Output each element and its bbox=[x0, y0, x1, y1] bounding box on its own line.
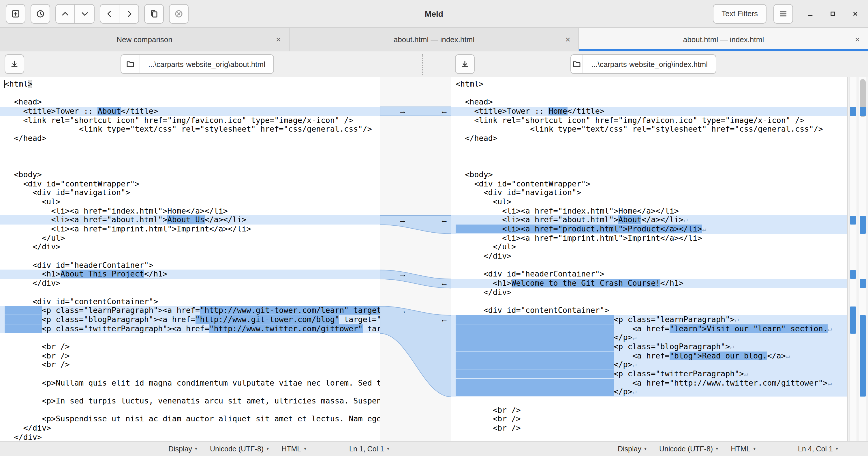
code-line[interactable]: <link type="text/css" rel="stylesheet" h… bbox=[0, 125, 380, 134]
left-overview-map[interactable] bbox=[849, 77, 857, 441]
cursor-position-right[interactable]: Ln 4, Col 1 ▾ bbox=[798, 445, 838, 453]
code-line[interactable]: </ul> bbox=[451, 243, 847, 252]
code-line[interactable] bbox=[451, 152, 847, 161]
code-line[interactable]: <body> bbox=[0, 170, 380, 179]
code-line[interactable]: <br /> bbox=[0, 342, 380, 351]
push-change-left-button[interactable]: ← bbox=[438, 315, 451, 324]
code-line[interactable] bbox=[0, 143, 380, 152]
tab-1[interactable]: New comparison× bbox=[0, 28, 289, 51]
open-folder-left-button[interactable] bbox=[121, 55, 140, 73]
minimize-button[interactable] bbox=[803, 7, 817, 21]
tab-close-button[interactable]: × bbox=[855, 35, 860, 44]
left-code-pane[interactable]: <html> <head> <title>Tower :: About</tit… bbox=[0, 77, 380, 441]
code-line[interactable] bbox=[451, 397, 847, 405]
stop-button[interactable] bbox=[169, 4, 189, 23]
code-line[interactable]: <li><a href="product.html">Product</a></… bbox=[451, 225, 847, 233]
code-line[interactable]: <br /> bbox=[451, 424, 847, 433]
code-line[interactable]: </div> bbox=[0, 433, 380, 441]
code-line[interactable]: <p class="blogParagraph">↵ bbox=[451, 342, 847, 351]
code-line[interactable] bbox=[0, 333, 380, 342]
syntax-menu-left[interactable]: HTML ▾ bbox=[281, 445, 306, 453]
code-line[interactable]: <div id="contentContainer"> bbox=[451, 306, 847, 315]
code-line[interactable]: <div id="headerContainer"> bbox=[0, 261, 380, 270]
code-line[interactable] bbox=[451, 161, 847, 170]
encoding-menu-left[interactable]: Unicode (UTF-8) ▾ bbox=[210, 445, 269, 453]
maximize-button[interactable] bbox=[826, 7, 840, 21]
code-line[interactable]: <div id="headerContainer"> bbox=[451, 270, 847, 279]
syntax-menu-right[interactable]: HTML ▾ bbox=[731, 445, 755, 453]
code-line[interactable]: <h1>About This Project</h1> bbox=[0, 270, 380, 279]
code-line[interactable]: </head> bbox=[0, 134, 380, 143]
save-left-button[interactable] bbox=[5, 54, 24, 74]
code-line[interactable]: <li><a href="about.html">About Us</a></l… bbox=[0, 216, 380, 225]
push-change-left-button[interactable]: ← bbox=[438, 279, 451, 288]
menu-button[interactable] bbox=[773, 4, 793, 23]
recent-comparisons-button[interactable] bbox=[31, 4, 50, 23]
code-line[interactable]: <li><a href="imprint.html">Imprint</a></… bbox=[451, 233, 847, 243]
code-line[interactable]: </div> bbox=[0, 243, 380, 252]
code-line[interactable]: </head> bbox=[451, 134, 847, 143]
code-line[interactable]: <div id="contentContainer"> bbox=[0, 297, 380, 306]
code-line[interactable]: </div> bbox=[451, 252, 847, 261]
code-line[interactable]: <link rel="shortcut icon" href="img/favi… bbox=[0, 116, 380, 125]
code-line[interactable]: <p class="twitterParagraph"><a href="htt… bbox=[0, 324, 380, 333]
code-line[interactable]: <li><a href="index.html">Home</a></li> bbox=[0, 206, 380, 215]
code-line[interactable]: <h1>Welcome to the Git Crash Course!</h1… bbox=[451, 279, 847, 288]
code-line[interactable] bbox=[451, 261, 847, 270]
left-file-path[interactable]: ...\carparts-website_orig\about.html bbox=[140, 55, 273, 73]
code-line[interactable]: <li><a href="imprint.html">Imprint</a></… bbox=[0, 225, 380, 233]
code-line[interactable]: <p>Nullam quis elit id magna condimentum… bbox=[0, 378, 380, 387]
code-line[interactable]: <br /> bbox=[451, 406, 847, 415]
code-line[interactable]: </div> bbox=[0, 424, 380, 433]
code-line[interactable]: <ul> bbox=[451, 197, 847, 206]
code-line[interactable]: <title>Tower :: Home</title> bbox=[451, 107, 847, 116]
code-line[interactable]: <br /> bbox=[0, 361, 380, 369]
push-change-right-button[interactable]: → bbox=[396, 107, 409, 116]
code-line[interactable]: <link rel="shortcut icon" href="img/favi… bbox=[451, 116, 847, 125]
code-line[interactable] bbox=[451, 297, 847, 306]
previous-change-button[interactable] bbox=[55, 4, 75, 23]
display-menu-left[interactable]: Display ▾ bbox=[168, 445, 197, 453]
code-line[interactable] bbox=[0, 406, 380, 415]
push-change-right-button[interactable]: → bbox=[396, 270, 409, 279]
code-line[interactable]: </p>↵ bbox=[451, 388, 847, 397]
code-line[interactable]: <p>In sed turpis luctus, venenatis arcu … bbox=[0, 397, 380, 405]
code-line[interactable] bbox=[0, 369, 380, 378]
code-line[interactable] bbox=[0, 89, 380, 97]
code-line[interactable]: <p>Suspendisse ut nisi ac diam auctor al… bbox=[0, 415, 380, 424]
code-line[interactable]: <p class="learnParagraph">↵ bbox=[451, 315, 847, 324]
tab-close-button[interactable]: × bbox=[276, 35, 281, 44]
code-line[interactable]: <div id="navigation"> bbox=[0, 189, 380, 197]
code-line[interactable]: <div id="contentWrapper"> bbox=[451, 179, 847, 188]
push-change-right-button[interactable]: → bbox=[396, 216, 409, 225]
code-line[interactable]: </div> bbox=[451, 288, 847, 297]
right-code-pane[interactable]: <html> <head> <title>Tower :: Home</titl… bbox=[451, 77, 847, 441]
go-forward-button[interactable] bbox=[119, 4, 139, 23]
code-line[interactable]: <br /> bbox=[451, 415, 847, 424]
code-line[interactable]: <a href="blog">Read our blog.</a>↵ bbox=[451, 351, 847, 360]
code-line[interactable]: <link type="text/css" rel="stylesheet" h… bbox=[451, 125, 847, 134]
copy-button[interactable] bbox=[144, 4, 164, 23]
encoding-menu-right[interactable]: Unicode (UTF-8) ▾ bbox=[659, 445, 718, 453]
code-line[interactable]: <html> bbox=[0, 80, 380, 89]
code-line[interactable]: <p class="learnParagraph"><a href="http:… bbox=[0, 306, 380, 315]
code-line[interactable]: </ul> bbox=[0, 233, 380, 243]
code-line[interactable]: <div id="navigation"> bbox=[451, 189, 847, 197]
push-change-left-button[interactable]: ← bbox=[438, 107, 451, 116]
tab-3[interactable]: about.html — index.html× bbox=[579, 28, 868, 51]
tab-close-button[interactable]: × bbox=[565, 35, 570, 44]
save-right-button[interactable] bbox=[455, 54, 475, 74]
text-filters-button[interactable]: Text Filters bbox=[713, 4, 767, 23]
code-line[interactable]: <html> bbox=[451, 80, 847, 89]
push-change-left-button[interactable]: ← bbox=[438, 216, 451, 225]
code-line[interactable]: </p>↵ bbox=[451, 361, 847, 369]
next-change-button[interactable] bbox=[75, 4, 95, 23]
go-back-button[interactable] bbox=[100, 4, 119, 23]
code-line[interactable]: <ul> bbox=[0, 197, 380, 206]
open-folder-right-button[interactable] bbox=[571, 55, 583, 73]
code-line[interactable]: <head> bbox=[451, 98, 847, 107]
right-overview-map[interactable] bbox=[859, 77, 866, 441]
code-line[interactable]: <head> bbox=[0, 98, 380, 107]
code-line[interactable]: <p class="blogParagraph"><a href="http:/… bbox=[0, 315, 380, 324]
code-line[interactable]: <br /> bbox=[0, 351, 380, 360]
